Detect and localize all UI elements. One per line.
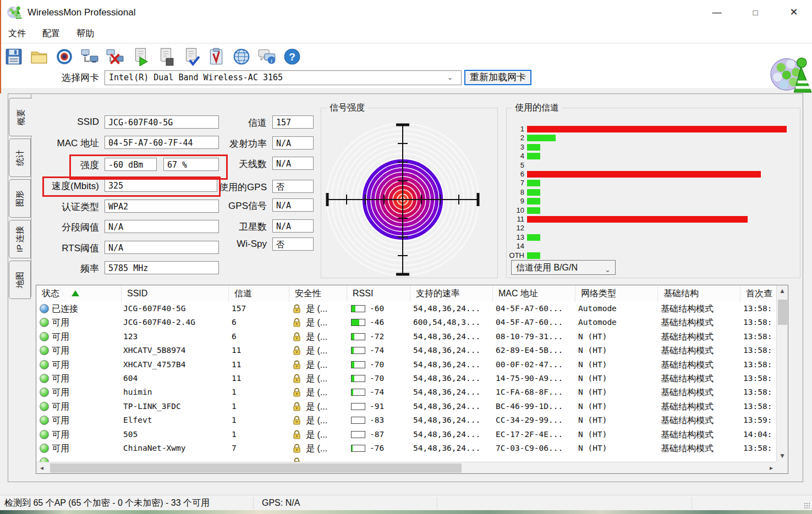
column-header-first-seen[interactable]: 首次查	[740, 285, 777, 302]
ssid-cell: Elfevt	[123, 413, 228, 427]
network-type-cell: N (HT)	[578, 413, 657, 427]
start-log-icon[interactable]	[129, 46, 151, 68]
scroll-up-icon[interactable]: ▲	[777, 285, 788, 296]
channel-bar-label: 13	[507, 234, 524, 241]
rssi-cell: -83	[370, 413, 408, 427]
feedback-icon[interactable]: i	[256, 46, 278, 68]
channel-bar-label: 7	[507, 179, 524, 187]
security-cell: 是 (...	[306, 400, 347, 413]
connect-network-icon[interactable]	[79, 46, 101, 68]
sidebar-tab-summary[interactable]: 概要	[9, 98, 32, 136]
target-icon[interactable]	[53, 46, 75, 68]
horizontal-scrollbar[interactable]: ◂ ▸	[36, 462, 777, 473]
mac-cell: 62-89-E4-5B...	[496, 344, 575, 357]
channel-usage-mode-dropdown[interactable]: 信道使用 B/G/N ⌄	[511, 260, 616, 275]
status-cell: 已连接	[52, 302, 120, 316]
horizontal-scroll-thumb[interactable]	[50, 463, 462, 473]
reload-adapter-button[interactable]: 重新加载网卡	[464, 70, 531, 85]
column-header-security[interactable]: 安全性	[289, 285, 347, 302]
channel-cell: 6	[232, 330, 287, 344]
menu-item-file[interactable]: 文件	[0, 25, 34, 42]
channel-bar-label: 3	[507, 143, 524, 151]
adapter-select-combobox[interactable]: Intel(R) Dual Band Wireless-AC 3165	[105, 70, 462, 85]
maximize-button[interactable]: □	[743, 0, 768, 25]
rssi-cell: -74	[370, 385, 408, 399]
rssi-cell: -87	[370, 428, 408, 441]
table-row[interactable]: 可用5051是 (...-8754,48,36,24...EC-17-2F-4E…	[36, 428, 777, 441]
mac-cell: 08-10-79-31...	[496, 330, 575, 344]
rssi-meter-icon	[351, 403, 365, 410]
table-row[interactable]: 可用XHCATV_5B897411是 (...-7454,48,36,24...…	[36, 344, 777, 357]
menu-item-help[interactable]: 帮助	[68, 25, 102, 42]
channel-usage-bar	[527, 171, 761, 178]
table-row[interactable]: 可用XHCATV_4757B411是 (...-7054,48,36,24...…	[36, 358, 777, 372]
status-bar: 检测到 65 个AP (65 个加密 - 0 个未加密) - 33 个可用 GP…	[0, 495, 812, 511]
column-header-channel[interactable]: 信道	[229, 285, 289, 302]
vertical-scrollbar[interactable]: ▲ ▼	[776, 285, 788, 462]
mac-cell: EC-17-2F-4E...	[496, 428, 575, 441]
rates-cell: 600,54,48,3...	[413, 316, 492, 329]
status-available-icon	[40, 360, 49, 369]
rates-cell: 54,48,36,24...	[413, 400, 492, 413]
channel-cell: 1	[232, 400, 287, 413]
report-icon[interactable]	[205, 46, 227, 68]
first-seen-cell: 13:58:	[743, 400, 776, 413]
verify-log-icon[interactable]	[180, 46, 202, 68]
first-seen-cell: 13:58:	[743, 344, 776, 357]
security-cell: 是 (...	[306, 413, 347, 427]
channel-usage-bar	[527, 216, 748, 223]
rssi-meter-icon	[351, 361, 365, 368]
open-icon[interactable]	[28, 46, 50, 68]
web-icon[interactable]	[231, 46, 253, 68]
stop-log-icon[interactable]	[155, 46, 177, 68]
title-bar[interactable]: WirelessMon Professional — □ ✕	[0, 0, 812, 25]
column-header-infrastructure[interactable]: 基础结构	[658, 285, 740, 302]
scroll-right-icon[interactable]: ▸	[766, 462, 777, 473]
ssid-cell: JCG-607F40-5G	[123, 302, 228, 316]
rssi-meter-icon	[351, 417, 365, 424]
column-header-mac-address[interactable]: MAC 地址	[493, 285, 575, 302]
table-row[interactable]: 可用TP-LINK_3FDC1是 (...-9154,48,36,24...BC…	[36, 400, 777, 413]
vertical-scroll-thumb[interactable]	[778, 300, 787, 325]
table-row[interactable]: 可用huimin1是 (...-7454,48,36,24...1C-FA-68…	[36, 385, 777, 399]
column-header-network-type[interactable]: 网络类型	[575, 285, 658, 302]
signal-strength-title: 信号强度	[327, 102, 367, 114]
channel-bar-label: OTH	[507, 252, 524, 259]
table-row[interactable]: 可用Elfevt1是 (...-8354,48,36,24...CC-34-29…	[36, 413, 777, 427]
table-row[interactable]: 可用60411是 (...-7054,48,36,24...14-75-90-A…	[36, 372, 777, 385]
scroll-down-icon[interactable]: ▼	[777, 450, 788, 461]
mac-cell: 1C-FA-68-8F...	[496, 385, 575, 399]
mac-cell: 04-5F-A7-60...	[496, 302, 575, 316]
table-row[interactable]: 可用1236是 (...-7254,48,36,24...08-10-79-31…	[36, 330, 777, 344]
channels-in-use-panel: 使用的信道 1234567891011121314OTH 信道使用 B/G/N …	[506, 108, 800, 278]
mac-cell: 14-75-90-A9...	[496, 372, 575, 385]
security-cell: 是 (...	[306, 358, 347, 372]
network-type-cell: N (HT)	[578, 358, 657, 372]
minimize-button[interactable]: —	[704, 0, 729, 25]
rssi-meter-icon	[351, 431, 365, 438]
resize-grip[interactable]	[804, 502, 810, 509]
table-row[interactable]: 已连接JCG-607F40-5G157是 (...-6054,48,36,24.…	[36, 302, 777, 316]
sort-ascending-icon	[72, 290, 79, 296]
close-button[interactable]: ✕	[781, 0, 806, 25]
disconnect-network-icon[interactable]	[104, 46, 126, 68]
save-icon[interactable]	[3, 46, 25, 68]
status-available-icon	[40, 318, 49, 327]
column-header-status[interactable]: 状态	[36, 285, 122, 302]
menu-item-config[interactable]: 配置	[34, 25, 68, 42]
scroll-left-icon[interactable]: ◂	[36, 462, 47, 473]
status-available-icon	[40, 332, 49, 341]
channel-bar-label: 6	[507, 170, 524, 178]
table-row[interactable]: 可用ChinaNet-Xwmy7是 (...-7654,48,36,24...7…	[36, 441, 777, 455]
wirelessmon-logo	[768, 51, 812, 97]
column-header-rates[interactable]: 支持的速率	[410, 285, 493, 302]
channels-in-use-title: 使用的信道	[512, 102, 562, 114]
toolbar: i?	[1, 44, 606, 69]
desktop-edge-strip	[0, 0, 1, 93]
column-header-rssi[interactable]: RSSI	[347, 285, 410, 302]
channel-cell: 11	[232, 358, 287, 372]
table-row[interactable]: 可用JCG-607F40-2.4G6是 (...-46600,54,48,3..…	[36, 316, 777, 329]
chevron-down-icon[interactable]: ⌄	[443, 70, 457, 84]
help-icon[interactable]: ?	[281, 46, 303, 68]
column-header-ssid[interactable]: SSID	[122, 285, 229, 302]
